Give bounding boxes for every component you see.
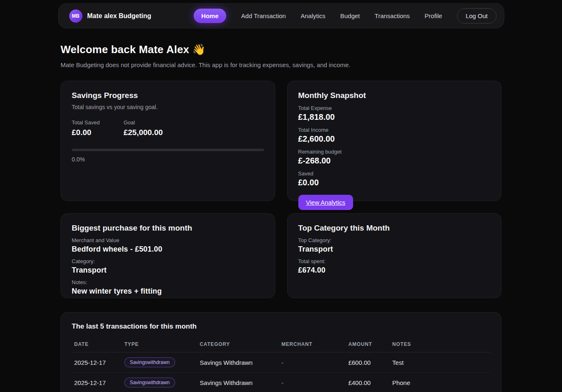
monthly-snapshot-card: Monthly Snapshot Total Expense £1,818.00… (287, 81, 502, 201)
recent-transactions-title: The last 5 transactions for this month (72, 322, 490, 331)
top-category-label: Top Category: (298, 237, 491, 243)
total-spent-label: Total spent: (298, 258, 491, 264)
brand-initials: MB (72, 13, 80, 19)
col-header-date: DATE (72, 337, 122, 352)
category-label: Category: (72, 258, 264, 264)
col-header-notes: NOTES (390, 337, 490, 352)
total-saved-label: Total Saved (72, 119, 100, 126)
total-spent-pair: Total spent: £674.00 (298, 258, 491, 275)
monthly-snapshot-title: Monthly Snapshot (298, 91, 491, 100)
cell-date: 2025-12-17 (72, 352, 122, 373)
page-subtitle: Mate Budgeting does not provide financia… (61, 61, 501, 68)
page-title: Welcome back Mate Alex 👋 (61, 43, 501, 56)
total-income-label: Total Income (298, 127, 491, 133)
top-category-card: Top Category this Month Top Category: Tr… (287, 213, 502, 298)
col-header-amount: AMOUNT (346, 337, 390, 352)
welcome-section: Welcome back Mate Alex 👋 Mate Budgeting … (61, 43, 501, 68)
cell-amount: £400.00 (346, 373, 390, 392)
savings-progress-title: Savings Progress (72, 91, 264, 100)
brand-title: Mate alex Budgeting (87, 12, 152, 20)
view-analytics-button[interactable]: View Analytics (298, 195, 354, 210)
remaining-budget-label: Remaining budget (298, 149, 491, 155)
savings-progress-subtitle: Total savings vs your saving goal. (72, 104, 264, 110)
merchant-value-label: Merchant and Value (72, 237, 264, 243)
nav-item-profile[interactable]: Profile (425, 12, 443, 19)
nav-item-analytics[interactable]: Analytics (301, 12, 325, 19)
saved-label: Saved (298, 170, 491, 177)
category-value: Transport (72, 266, 264, 275)
notes-pair: Notes: New winter tyres + fitting (72, 279, 264, 296)
notes-value: New winter tyres + fitting (72, 287, 264, 296)
nav-item-budget[interactable]: Budget (340, 12, 360, 19)
cell-merchant: - (279, 352, 346, 373)
savings-progress-card: Savings Progress Total savings vs your s… (61, 81, 275, 201)
saved-stat: Saved £0.00 (298, 170, 491, 187)
cell-amount: £600.00 (346, 352, 390, 373)
nav-item-transactions[interactable]: Transactions (375, 12, 410, 19)
cell-category: Savings Withdrawn (197, 373, 279, 392)
total-spent-value: £674.00 (298, 266, 491, 275)
cell-type: Savingswithdrawn (122, 352, 197, 373)
table-row: 2025-12-17 Savingswithdrawn Savings With… (72, 352, 490, 373)
col-header-merchant: MERCHANT (279, 337, 346, 352)
merchant-value-pair: Merchant and Value Bedford wheels - £501… (72, 237, 264, 254)
goal-stat: Goal £25,000.00 (124, 119, 163, 137)
saved-value: £0.00 (298, 178, 491, 187)
table-header-row: DATE TYPE CATEGORY MERCHANT AMOUNT NOTES (72, 337, 490, 352)
total-income-value: £2,600.00 (298, 134, 491, 144)
transactions-table: DATE TYPE CATEGORY MERCHANT AMOUNT NOTES… (72, 337, 490, 392)
total-saved-stat: Total Saved £0.00 (72, 119, 100, 137)
merchant-value-value: Bedford wheels - £501.00 (72, 245, 264, 254)
nav-links: Home Add Transaction Analytics Budget Tr… (194, 8, 496, 23)
brand-link[interactable]: MB Mate alex Budgeting (69, 9, 152, 23)
goal-value: £25,000.00 (124, 128, 163, 137)
top-navbar: MB Mate alex Budgeting Home Add Transact… (58, 3, 504, 28)
total-income-stat: Total Income £2,600.00 (298, 127, 491, 144)
remaining-budget-value: £-268.00 (298, 156, 491, 166)
nav-item-add-transaction[interactable]: Add Transaction (241, 12, 286, 19)
recent-transactions-card: The last 5 transactions for this month D… (61, 312, 501, 392)
total-expense-value: £1,818.00 (298, 112, 491, 122)
cell-type: Savingswithdrawn (122, 373, 197, 392)
savings-progress-percent: 0.0% (72, 156, 264, 163)
cell-merchant: - (279, 373, 346, 392)
cell-notes: Phone (390, 373, 490, 392)
biggest-purchase-title: Biggest purchase for this month (72, 224, 264, 233)
cell-category: Savings Withdrawn (197, 352, 279, 373)
total-expense-stat: Total Expense £1,818.00 (298, 105, 491, 122)
top-category-pair: Top Category: Transport (298, 237, 491, 254)
total-saved-value: £0.00 (72, 128, 100, 137)
type-badge: Savingswithdrawn (124, 378, 175, 387)
nav-item-home[interactable]: Home (194, 9, 227, 23)
col-header-category: CATEGORY (197, 337, 279, 352)
total-expense-label: Total Expense (298, 105, 491, 111)
savings-progress-bar (72, 149, 264, 151)
type-badge: Savingswithdrawn (124, 357, 175, 367)
remaining-budget-stat: Remaining budget £-268.00 (298, 149, 491, 166)
col-header-type: TYPE (122, 337, 197, 352)
notes-label: Notes: (72, 279, 264, 285)
brand-avatar: MB (69, 9, 82, 23)
table-row: 2025-12-17 Savingswithdrawn Savings With… (72, 373, 490, 392)
biggest-purchase-card: Biggest purchase for this month Merchant… (61, 213, 275, 298)
category-pair: Category: Transport (72, 258, 264, 275)
logout-button[interactable]: Log Out (457, 8, 496, 23)
goal-label: Goal (124, 119, 163, 126)
top-category-title: Top Category this Month (298, 224, 491, 233)
top-category-value: Transport (298, 245, 491, 254)
cell-date: 2025-12-17 (72, 373, 122, 392)
cell-notes: Test (390, 352, 490, 373)
